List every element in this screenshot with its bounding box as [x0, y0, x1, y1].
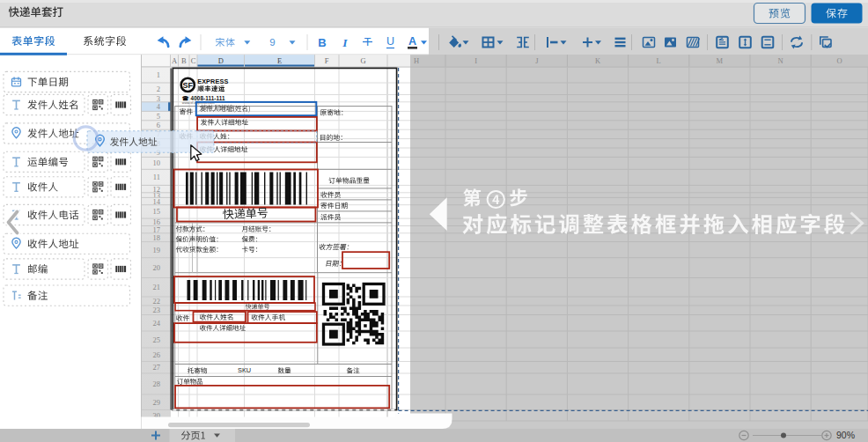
svg-text:N: N	[778, 56, 783, 65]
svg-text:L: L	[657, 56, 661, 65]
svg-text:29: 29	[153, 398, 161, 407]
svg-text:A: A	[408, 35, 416, 48]
svg-text:27: 27	[153, 363, 161, 372]
svg-text:14: 14	[153, 197, 161, 206]
svg-text:K: K	[595, 56, 601, 65]
svg-text:I: I	[342, 36, 348, 49]
svg-text:H: H	[414, 56, 419, 65]
svg-text:G: G	[360, 56, 365, 65]
svg-text:10: 10	[153, 158, 161, 167]
svg-text:18: 18	[153, 233, 161, 242]
svg-text:15: 15	[153, 207, 161, 216]
svg-text:F: F	[325, 56, 329, 65]
svg-text:D: D	[218, 56, 224, 65]
svg-text:28: 28	[153, 379, 161, 388]
svg-text:23: 23	[153, 306, 161, 314]
svg-text:U: U	[386, 35, 394, 48]
svg-text:21: 21	[153, 283, 161, 291]
svg-text:O: O	[837, 56, 842, 65]
svg-text:A: A	[172, 56, 178, 65]
svg-text:9: 9	[269, 37, 275, 48]
svg-text:90%: 90%	[836, 430, 855, 440]
svg-text:M: M	[717, 56, 724, 65]
svg-text:2: 2	[157, 85, 160, 93]
svg-text:22: 22	[153, 297, 161, 306]
svg-text:SKU: SKU	[238, 366, 251, 374]
svg-text:25: 25	[153, 335, 161, 344]
svg-text:E: E	[277, 56, 282, 65]
svg-text:B: B	[318, 36, 326, 49]
svg-text:EXPRESS: EXPRESS	[197, 77, 228, 85]
svg-text:19: 19	[153, 246, 161, 254]
svg-text:3: 3	[157, 94, 160, 103]
svg-text:SF: SF	[183, 81, 194, 90]
svg-text:6: 6	[157, 121, 160, 129]
svg-text:I: I	[474, 56, 477, 65]
svg-text:1: 1	[157, 70, 160, 79]
svg-text:20: 20	[153, 263, 161, 272]
svg-text:24: 24	[153, 319, 161, 328]
svg-text:11: 11	[153, 173, 160, 181]
svg-text:5: 5	[157, 112, 160, 121]
svg-text:26: 26	[153, 350, 161, 359]
svg-text:B: B	[181, 56, 187, 65]
svg-text:C: C	[191, 56, 196, 65]
